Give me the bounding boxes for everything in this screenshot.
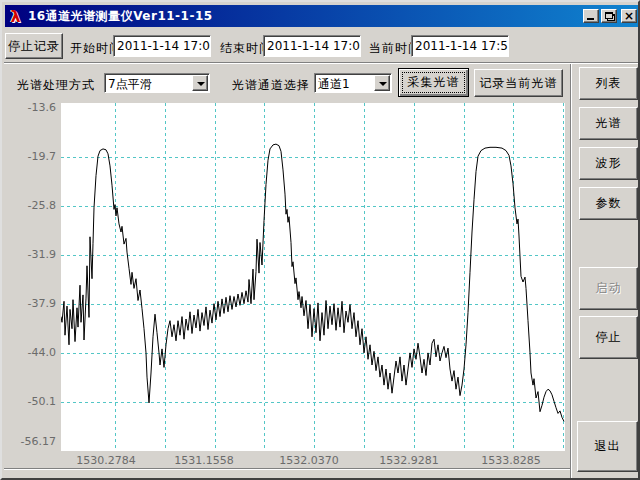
app-window: λ 16通道光谱测量仪Ver11-1-15 × 停止记录 开始时间 2011-1…	[0, 0, 640, 480]
stop-record-button[interactable]: 停止记录	[5, 33, 63, 59]
x-axis-tick-label: 1532.0370	[269, 454, 349, 467]
start-time-field[interactable]: 2011-1-14 17:07:07	[113, 35, 211, 57]
panel-button-start: 启动	[579, 267, 638, 310]
bottom-divider	[4, 468, 570, 470]
y-axis-tick-label: -13.6	[6, 101, 56, 114]
panel-button-waveform[interactable]: 波形	[579, 147, 638, 180]
panel-button-stop[interactable]: 停止	[579, 316, 638, 359]
y-axis-tick-label: -56.17	[6, 435, 56, 448]
right-panel-divider	[570, 64, 572, 480]
y-axis-tick-label: -50.1	[6, 395, 56, 408]
minimize-icon	[587, 18, 594, 20]
current-time-field[interactable]: 2011-1-14 17:57:27	[411, 35, 509, 57]
y-axis-tick-label: -31.9	[6, 248, 56, 261]
end-time-field[interactable]: 2011-1-14 17:06:51	[263, 35, 361, 57]
minimize-button[interactable]	[583, 9, 599, 23]
x-axis-tick-label: 1531.1558	[164, 454, 244, 467]
panel-button-list[interactable]: 列表	[579, 67, 638, 100]
y-axis-tick-label: -25.8	[6, 199, 56, 212]
window-title: 16通道光谱测量仪Ver11-1-15	[28, 8, 581, 25]
panel-button-exit[interactable]: 退出	[577, 421, 638, 472]
y-axis-tick-label: -19.7	[6, 150, 56, 163]
titlebar: λ 16通道光谱测量仪Ver11-1-15 ×	[5, 5, 639, 27]
close-button[interactable]: ×	[621, 9, 637, 23]
x-axis-tick-label: 1532.9281	[369, 454, 449, 467]
app-icon-lambda: λ	[7, 8, 24, 25]
y-axis-tick-label: -44.0	[6, 346, 56, 359]
y-axis-tick-label: -37.9	[6, 297, 56, 310]
spectrum-curve	[61, 144, 564, 421]
spectrum-chart: -13.6-19.7-25.8-31.9-37.9-44.0-50.1-56.1…	[2, 64, 570, 469]
x-axis-tick-label: 1530.2784	[66, 454, 146, 467]
close-icon: ×	[622, 9, 636, 23]
panel-button-spectrum[interactable]: 光谱	[579, 107, 638, 140]
panel-button-params[interactable]: 参数	[579, 187, 638, 220]
restore-button[interactable]	[601, 9, 617, 23]
x-axis-tick-label: 1533.8285	[471, 454, 551, 467]
plot-area	[61, 103, 565, 451]
